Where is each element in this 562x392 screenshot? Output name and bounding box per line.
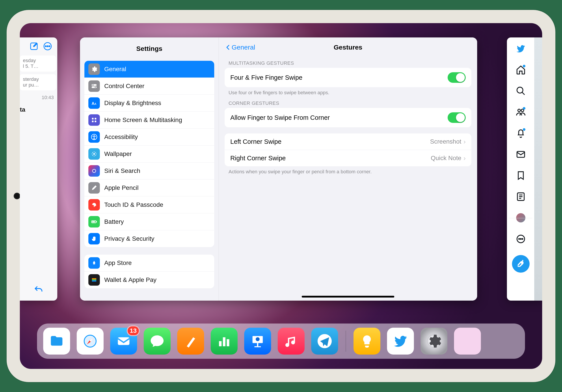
pencil-icon: [88, 182, 100, 194]
messages-icon[interactable]: [516, 149, 526, 159]
dock-app-mail[interactable]: 13: [110, 328, 137, 355]
svg-rect-38: [219, 341, 222, 346]
sidebar-item-label: Apple Pencil: [104, 184, 139, 191]
row-label: Four & Five Finger Swipe: [230, 74, 302, 81]
sidebar-item-label: Display & Brightness: [104, 100, 161, 107]
app-switcher-stage: esday l 5. T… sterday ur pu… 10:43 ta Se…: [20, 23, 542, 369]
svg-rect-24: [92, 280, 96, 282]
dock-app-telegram[interactable]: [311, 328, 338, 355]
sidebar-item-accessibility[interactable]: Accessibility: [84, 129, 214, 146]
dock-app-safari[interactable]: [77, 328, 104, 355]
home-icon[interactable]: [516, 65, 526, 75]
profile-avatar[interactable]: [516, 213, 526, 223]
section-header-multitasking: MULTITASKING GESTURES: [219, 56, 477, 68]
lists-icon[interactable]: [516, 191, 526, 202]
screen: esday l 5. T… sterday ur pu… 10:43 ta Se…: [20, 23, 542, 369]
sidebar-item-label: General: [104, 66, 126, 73]
sidebar-item-label: Siri & Search: [104, 167, 140, 174]
svg-point-8: [95, 87, 96, 88]
wallpaper-icon: [88, 148, 100, 160]
switcher-card-twitter[interactable]: [507, 37, 542, 301]
svg-text:A: A: [94, 102, 96, 105]
switcher-card-settings[interactable]: Settings General Control Center AA Di: [80, 37, 477, 301]
notification-dot: [523, 128, 526, 131]
back-button[interactable]: General: [225, 44, 255, 51]
dock-app-files[interactable]: [43, 328, 70, 355]
svg-point-7: [93, 85, 94, 86]
notification-dot: [523, 65, 526, 67]
sidebar-item-home-screen[interactable]: Home Screen & Multitasking: [84, 112, 214, 129]
footer-multitasking: Use four or five fingers to swipe betwee…: [219, 87, 477, 96]
svg-point-18: [93, 169, 96, 173]
back-label: General: [232, 44, 255, 51]
snippet-text: ur pu…: [23, 82, 53, 88]
text-size-icon: AA: [88, 97, 100, 109]
svg-point-3: [47, 46, 48, 47]
dock-app-pages[interactable]: [177, 328, 204, 355]
chevron-right-icon: ›: [464, 138, 466, 145]
switcher-card-mail[interactable]: esday l 5. T… sterday ur pu… 10:43 ta: [20, 37, 57, 301]
svg-point-25: [517, 87, 523, 93]
row-allow-corner-swipe[interactable]: Allow Finger to Swipe From Corner: [224, 108, 471, 127]
snippet-text: sterday: [23, 76, 53, 82]
dock-app-numbers[interactable]: [211, 328, 238, 355]
sidebar-item-battery[interactable]: Battery: [84, 213, 214, 230]
list-corner-allow: Allow Finger to Swipe From Corner: [224, 108, 471, 127]
accessibility-icon: [88, 131, 100, 143]
sidebar-item-app-store[interactable]: App Store: [84, 255, 214, 271]
dock-app-tips[interactable]: [353, 328, 380, 355]
reply-icon[interactable]: [34, 285, 44, 296]
toggle-allow-corner[interactable]: [448, 112, 466, 123]
sidebar-item-display[interactable]: AA Display & Brightness: [84, 95, 214, 112]
dock-app-music[interactable]: [278, 328, 304, 355]
sidebar-item-privacy[interactable]: Privacy & Security: [84, 230, 214, 247]
compose-icon[interactable]: [30, 42, 38, 51]
svg-rect-37: [118, 337, 129, 345]
sidebar-item-siri[interactable]: Siri & Search: [84, 163, 214, 179]
more-icon[interactable]: [516, 234, 526, 244]
sidebar-item-label: Wallpaper: [104, 150, 132, 157]
notifications-icon[interactable]: [516, 128, 526, 138]
communities-icon[interactable]: [516, 107, 526, 117]
dock-app-messages[interactable]: [144, 328, 171, 355]
settings-group-1: General Control Center AA Display & Brig…: [84, 61, 214, 247]
sidebar-item-label: Battery: [104, 218, 124, 225]
row-four-five-swipe[interactable]: Four & Five Finger Swipe: [224, 68, 471, 87]
hand-icon: [88, 233, 100, 245]
sidebar-item-touch-id[interactable]: Touch ID & Passcode: [84, 196, 214, 213]
search-icon[interactable]: [516, 86, 526, 96]
sidebar-item-wallet[interactable]: Wallet & Apple Pay: [84, 271, 214, 288]
home-indicator[interactable]: [302, 296, 394, 298]
svg-point-16: [94, 135, 95, 136]
dock-separator: [346, 331, 346, 352]
sidebar-item-wallpaper[interactable]: Wallpaper: [84, 146, 214, 163]
sidebar-item-general[interactable]: General: [84, 61, 214, 78]
mail-snippet-1[interactable]: esday l 5. T…: [20, 56, 56, 72]
compose-tweet-button[interactable]: [512, 255, 530, 273]
sidebar-item-label: Home Screen & Multitasking: [104, 116, 182, 123]
svg-rect-23: [92, 280, 96, 280]
gear-icon: [88, 63, 100, 75]
svg-point-2: [45, 46, 46, 47]
toggle-four-five-swipe[interactable]: [448, 72, 466, 83]
svg-rect-39: [223, 337, 225, 347]
dock-recent-folder[interactable]: [454, 328, 481, 355]
row-left-corner[interactable]: Left Corner Swipe Screenshot›: [224, 134, 471, 150]
sidebar-item-apple-pencil[interactable]: Apple Pencil: [84, 179, 214, 196]
snippet-text: l 5. T…: [23, 63, 53, 69]
more-icon[interactable]: [43, 42, 52, 51]
twitter-logo-icon[interactable]: [516, 44, 526, 54]
notification-dot: [523, 107, 526, 110]
bookmarks-icon[interactable]: [516, 170, 526, 180]
sidebar-item-label: Wallet & Apple Pay: [104, 276, 156, 283]
fingerprint-icon: [88, 199, 100, 211]
dock-app-keynote[interactable]: [244, 328, 271, 355]
svg-text:A: A: [92, 101, 94, 106]
dock-app-twitter[interactable]: [387, 328, 414, 355]
sidebar-item-control-center[interactable]: Control Center: [84, 78, 214, 95]
dock-app-settings[interactable]: [421, 328, 447, 355]
chevron-right-icon: ›: [464, 154, 466, 162]
mail-snippet-2[interactable]: sterday ur pu…: [20, 74, 56, 90]
row-right-corner[interactable]: Right Corner Swipe Quick Note›: [224, 150, 471, 166]
svg-rect-14: [95, 121, 96, 123]
